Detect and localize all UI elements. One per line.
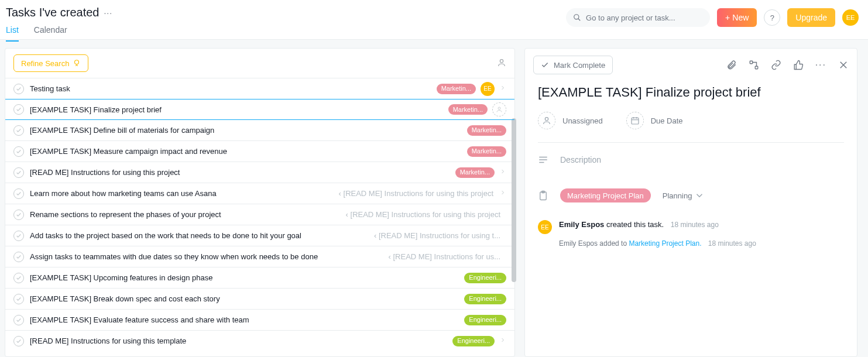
due-date-field[interactable]: Due Date: [626, 112, 683, 129]
more-icon[interactable]: ···: [104, 8, 112, 18]
task-title: [EXAMPLE TASK] Finalize project brief: [30, 105, 442, 114]
description-field[interactable]: Description: [538, 155, 844, 165]
like-icon[interactable]: [793, 60, 804, 70]
assign-placeholder-icon[interactable]: [492, 102, 506, 116]
complete-toggle[interactable]: [13, 294, 24, 304]
svg-point-3: [500, 59, 503, 62]
task-row[interactable]: [EXAMPLE TASK] Upcoming features in desi…: [5, 267, 514, 288]
task-title: Learn more about how marketing teams can…: [30, 189, 333, 198]
project-status-select[interactable]: Planning: [663, 190, 705, 201]
chevron-right-icon: [499, 337, 506, 345]
more-actions-icon[interactable]: ···: [815, 60, 826, 70]
complete-toggle[interactable]: [13, 167, 24, 178]
help-button[interactable]: ?: [764, 9, 780, 26]
task-row[interactable]: Learn more about how marketing teams can…: [5, 183, 514, 204]
activity-time: 18 minutes ago: [671, 221, 719, 229]
task-tag[interactable]: Marketin...: [455, 167, 495, 178]
scrollbar-thumb[interactable]: [512, 118, 516, 282]
task-row[interactable]: [EXAMPLE TASK] Break down spec and cost …: [5, 288, 514, 309]
complete-toggle[interactable]: [13, 315, 24, 325]
search-icon: [573, 13, 581, 22]
task-tag[interactable]: Marketin...: [467, 125, 506, 136]
assignee-icon: [538, 112, 555, 129]
task-row[interactable]: Assign tasks to teammates with due dates…: [5, 246, 514, 267]
task-row[interactable]: [EXAMPLE TASK] Measure campaign impact a…: [5, 140, 514, 162]
activity-sub-user: Emily Espos: [559, 239, 598, 248]
user-avatar[interactable]: EE: [842, 9, 859, 26]
due-date-label: Due Date: [651, 116, 683, 125]
svg-point-2: [75, 60, 79, 64]
project-status-label: Planning: [663, 191, 692, 200]
task-row[interactable]: [READ ME] Instructions for using this te…: [5, 330, 514, 351]
task-row[interactable]: [EXAMPLE TASK] Define bill of materials …: [5, 119, 514, 140]
task-row[interactable]: [EXAMPLE TASK] Finalize project briefMar…: [5, 99, 514, 120]
task-tag[interactable]: Marketin...: [467, 146, 506, 157]
complete-toggle[interactable]: [13, 273, 24, 283]
activity-project-link[interactable]: Marketing Project Plan.: [629, 239, 701, 248]
svg-rect-6: [755, 66, 758, 69]
task-title: [READ ME] Instructions for using this pr…: [30, 168, 450, 177]
tab-calendar[interactable]: Calendar: [34, 25, 67, 42]
upgrade-button[interactable]: Upgrade: [787, 8, 835, 27]
complete-toggle[interactable]: [13, 146, 24, 157]
subtask-icon[interactable]: [749, 60, 759, 70]
svg-point-4: [498, 107, 500, 109]
task-tag[interactable]: Engineeri...: [464, 315, 506, 325]
task-list-panel: Refine Search Testing taskMarketin...EE[…: [5, 48, 515, 357]
task-tag[interactable]: Engineeri...: [464, 294, 506, 304]
complete-toggle[interactable]: [13, 210, 24, 220]
task-tag[interactable]: Engineeri...: [452, 336, 495, 346]
task-row[interactable]: Add tasks to the project based on the wo…: [5, 225, 514, 246]
assignee-label: Unassigned: [562, 116, 603, 125]
complete-toggle[interactable]: [13, 84, 24, 94]
task-row[interactable]: Testing taskMarketin...EE: [5, 78, 514, 99]
task-row[interactable]: [READ ME] Instructions for using this pr…: [5, 162, 514, 183]
complete-toggle[interactable]: [13, 125, 24, 136]
task-parent: [READ ME] Instructions for using t...: [374, 231, 500, 240]
complete-toggle[interactable]: [13, 231, 24, 241]
mark-complete-button[interactable]: Mark Complete: [533, 56, 613, 74]
task-parent: [READ ME] Instructions for using this pr…: [346, 210, 500, 219]
header: Tasks I've created ··· List Calendar Go …: [0, 0, 868, 40]
task-title: Testing task: [30, 84, 431, 93]
detail-task-title[interactable]: [EXAMPLE TASK] Finalize project brief: [538, 85, 844, 100]
task-title: [READ ME] Instructions for using this te…: [30, 337, 447, 345]
new-button[interactable]: + New: [717, 8, 757, 27]
task-tag[interactable]: Marketin...: [437, 84, 476, 94]
new-label: New: [732, 13, 749, 22]
assignee-field[interactable]: Unassigned: [538, 112, 603, 129]
search-input[interactable]: Go to any project or task...: [566, 8, 710, 27]
task-title: [EXAMPLE TASK] Measure campaign impact a…: [30, 147, 461, 156]
activity-user: Emily Espos: [559, 220, 604, 229]
activity-action: created this task.: [604, 220, 664, 229]
close-icon[interactable]: [838, 60, 849, 70]
attachment-icon[interactable]: [726, 60, 737, 70]
calendar-icon: [626, 112, 644, 129]
mark-complete-label: Mark Complete: [554, 61, 605, 70]
page-title: Tasks I've created: [6, 6, 99, 19]
refine-search-button[interactable]: Refine Search: [13, 54, 88, 72]
task-parent: [READ ME] Instructions for using this pr…: [339, 189, 493, 198]
link-icon[interactable]: [771, 60, 781, 70]
complete-toggle[interactable]: [13, 252, 24, 262]
chevron-down-icon: [694, 190, 705, 201]
assignee-column-icon[interactable]: [497, 58, 506, 69]
refine-icon: [73, 59, 81, 67]
svg-point-9: [545, 118, 548, 121]
task-row[interactable]: [EXAMPLE TASK] Evaluate feature success …: [5, 309, 514, 330]
complete-toggle[interactable]: [13, 104, 24, 115]
description-icon: [538, 155, 548, 165]
task-title: Rename sections to represent the phases …: [30, 210, 340, 219]
task-assignee-avatar[interactable]: EE: [481, 82, 495, 96]
task-title: Assign tasks to teammates with due dates…: [30, 252, 383, 261]
complete-toggle[interactable]: [13, 336, 24, 346]
project-tag[interactable]: Marketing Project Plan: [560, 188, 651, 202]
activity-row: EE Emily Espos created this task. 18 min…: [538, 220, 844, 248]
task-row[interactable]: Rename sections to represent the phases …: [5, 204, 514, 225]
clipboard-icon: [538, 190, 548, 201]
tab-list[interactable]: List: [6, 25, 19, 42]
task-title: Add tasks to the project based on the wo…: [30, 231, 368, 240]
complete-toggle[interactable]: [13, 188, 24, 199]
task-tag[interactable]: Engineeri...: [464, 273, 506, 283]
task-tag[interactable]: Marketin...: [448, 104, 488, 115]
